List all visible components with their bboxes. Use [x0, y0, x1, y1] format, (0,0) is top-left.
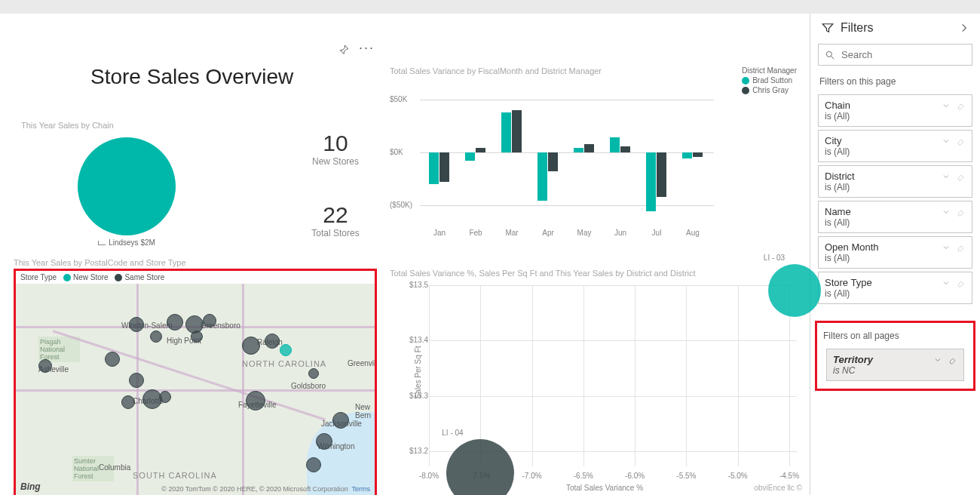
eraser-icon[interactable] [957, 137, 966, 146]
filter-card-name[interactable]: Nameis (All) [818, 201, 972, 233]
kpi-value: 22 [294, 202, 377, 228]
chevron-down-icon[interactable] [942, 243, 951, 252]
filter-search-input[interactable] [841, 49, 968, 60]
bing-logo-icon: Bing [20, 481, 41, 492]
eraser-icon[interactable] [957, 278, 966, 287]
pie-title: This Year Sales by Chain [21, 121, 232, 130]
eraser-icon[interactable] [957, 208, 966, 217]
filters-allpages-section: Filters on all pages [819, 326, 972, 346]
filter-card-district[interactable]: Districtis (All) [818, 165, 972, 198]
map-surface[interactable]: Pisgah National Forest Sumter National F… [16, 284, 375, 495]
collapse-pane-icon[interactable] [959, 23, 969, 33]
filter-card-city[interactable]: Cityis (All) [818, 130, 972, 162]
chevron-down-icon[interactable] [933, 355, 942, 364]
map-visual[interactable]: This Year Sales by PostalCode and Store … [14, 258, 377, 492]
scatter-title: Total Sales Variance %, Sales Per Sq Ft … [390, 269, 797, 278]
filters-allpages-highlight: Filters on all pages Territory is NC [815, 321, 975, 391]
filters-header: Filters [810, 14, 980, 42]
svg-point-0 [826, 51, 831, 57]
map-attribution: © 2020 TomTom © 2020 HERE, © 2020 Micros… [161, 485, 370, 493]
report-canvas: ··· Store Sales Overview This Year Sales… [0, 14, 810, 495]
kpi-total-stores[interactable]: 22 Total Stores [294, 202, 377, 238]
chevron-down-icon[interactable] [942, 101, 951, 110]
scatter-chart[interactable]: Total Sales Variance %, Sales Per Sq Ft … [390, 269, 797, 495]
filter-icon [821, 21, 835, 35]
pie-visual[interactable]: This Year Sales by Chain Lindseys $2M [21, 121, 232, 247]
filter-card-territory[interactable]: Territory is NC [826, 349, 964, 381]
attribution: obviEnce llc © [754, 484, 802, 492]
bar-chart[interactable]: Total Sales Variance by FiscalMonth and … [390, 66, 797, 235]
map-terms-link[interactable]: Terms [352, 485, 371, 493]
chevron-down-icon[interactable] [942, 278, 951, 287]
svg-line-1 [831, 56, 835, 59]
filter-search[interactable] [818, 44, 972, 66]
pie-disc [78, 137, 176, 235]
app-topbar [0, 0, 980, 14]
filters-pane: Filters Filters on this page Chainis (Al… [810, 14, 980, 495]
filter-card-open-month[interactable]: Open Monthis (All) [818, 236, 972, 269]
filter-card-store-type[interactable]: Store Typeis (All) [818, 272, 972, 304]
filters-page-section: Filters on this page [810, 72, 980, 91]
more-icon[interactable]: ··· [359, 44, 375, 51]
pin-icon[interactable] [338, 44, 350, 56]
kpi-value: 10 [294, 131, 377, 156]
chevron-down-icon[interactable] [942, 137, 951, 146]
eraser-icon[interactable] [957, 243, 966, 252]
map-legend: Store Type New Store Same Store [16, 271, 375, 284]
chevron-down-icon[interactable] [942, 172, 951, 181]
eraser-icon[interactable] [957, 172, 966, 181]
eraser-icon[interactable] [948, 355, 957, 364]
chevron-down-icon[interactable] [942, 208, 951, 217]
filter-card-chain[interactable]: Chainis (All) [818, 94, 972, 127]
search-icon [825, 50, 835, 60]
kpi-label: Total Stores [294, 228, 377, 238]
kpi-new-stores[interactable]: 10 New Stores [294, 131, 377, 167]
bar-title: Total Sales Variance by FiscalMonth and … [390, 66, 797, 75]
pie-legend: Lindseys $2M [21, 238, 232, 247]
eraser-icon[interactable] [957, 101, 966, 110]
map-title: This Year Sales by PostalCode and Store … [14, 258, 377, 267]
page-title: Store Sales Overview [90, 65, 293, 89]
kpi-label: New Stores [294, 156, 377, 167]
